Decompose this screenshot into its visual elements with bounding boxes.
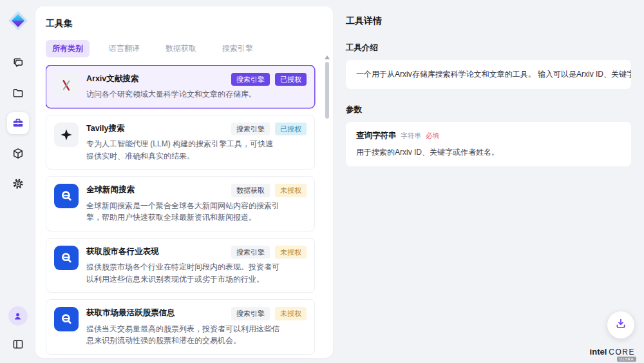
cube-icon[interactable]: [7, 142, 29, 164]
tool-title: 全球新闻搜索: [86, 184, 135, 195]
tool-category-badge: 搜索引擎: [231, 307, 270, 320]
tool-category-badge: 搜索引擎: [231, 73, 270, 86]
details-title: 工具详情: [346, 15, 631, 27]
sparkle-icon: [54, 123, 79, 147]
app-logo: [8, 10, 28, 31]
intel-core-logo: intel core ultra: [590, 347, 635, 357]
tab-data-fetch[interactable]: 数据获取: [159, 40, 203, 57]
tool-category-badge: 搜索引擎: [231, 123, 270, 135]
news-search-icon: [54, 184, 79, 208]
tool-card[interactable]: Arxiv文献搜索 搜索引擎 已授权 访问各个研究领域大量科学论文和文章的存储库…: [46, 65, 315, 108]
details-panel: 工具详情 工具介绍 一个用于从Arxiv存储库搜索科学论文和文章的工具。 输入可…: [333, 0, 644, 363]
tool-description: 全球新闻搜索是一个聚合全球各大新闻网站内容的搜索引擎，帮助用户快速获取全球最新资…: [86, 200, 279, 224]
settings-icon[interactable]: [7, 173, 29, 195]
tool-card[interactable]: 获取市场最活跃股票信息 搜索引擎 未授权 提供当天交易量最高的股票列表，投资者可…: [46, 299, 315, 354]
download-icon: [614, 317, 627, 333]
tool-auth-badge: 未授权: [275, 246, 307, 259]
download-button[interactable]: [607, 311, 634, 338]
page-title: 工具集: [46, 18, 323, 30]
tool-list: Arxiv文献搜索 搜索引擎 已授权 访问各个研究领域大量科学论文和文章的存储库…: [46, 65, 323, 358]
sidebar: [0, 0, 35, 363]
tool-card[interactable]: 全球新闻搜索 数据获取 未授权 全球新闻搜索是一个聚合全球各大新闻网站内容的搜索…: [46, 176, 315, 231]
user-avatar-icon[interactable]: [8, 306, 28, 326]
tools-panel: 工具集 所有类别语言翻译数据获取搜索引擎 Arxiv文献搜索 搜索引擎 已授权 …: [35, 6, 333, 358]
tool-title: Tavily搜索: [86, 123, 125, 134]
brand-intel: intel: [590, 347, 607, 357]
params-heading: 参数: [346, 104, 631, 115]
tool-title: 获取市场最活跃股票信息: [86, 307, 175, 319]
tool-category-badge: 数据获取: [231, 184, 270, 197]
sidebar-bottom: [7, 306, 29, 355]
brand-ultra-badge: ultra: [617, 357, 636, 362]
tool-title: 获取股市各行业表现: [86, 246, 159, 257]
category-tabs: 所有类别语言翻译数据获取搜索引擎: [46, 40, 323, 57]
param-description: 用于搜索的Arxiv ID、关键字或作者姓名。: [356, 147, 621, 158]
brand-core: core: [609, 348, 635, 357]
tool-card[interactable]: 获取股市各行业表现 搜索引擎 未授权 提供股票市场各个行业在特定时间段内的表现。…: [46, 238, 315, 293]
tab-search-engine[interactable]: 搜索引擎: [216, 40, 260, 57]
tool-description: 访问各个研究领域大量科学论文和文章的存储库。: [86, 88, 279, 101]
chat-icon[interactable]: [7, 52, 29, 74]
panel-layout-icon[interactable]: [7, 333, 29, 355]
news-search-icon: [54, 246, 79, 270]
scroll-up-arrow-icon[interactable]: [325, 55, 330, 59]
tab-all-categories[interactable]: 所有类别: [46, 40, 90, 57]
tool-intro-card: 一个用于从Arxiv存储库搜索科学论文和文章的工具。 输入可以是Arxiv ID…: [346, 60, 631, 89]
param-name: 查询字符串: [356, 130, 397, 141]
tool-description: 提供当天交易量最高的股票列表，投资者可以利用这些信息来识别流动性强的股票和潜在的…: [86, 323, 279, 347]
tool-title: Arxiv文献搜索: [86, 73, 138, 84]
tool-auth-badge: 未授权: [275, 184, 307, 197]
tool-category-badge: 搜索引擎: [231, 246, 270, 259]
tool-auth-badge: 已授权: [275, 73, 307, 86]
arxiv-icon: [54, 73, 79, 97]
parameter-card: 查询字符串 字符串 必填 用于搜索的Arxiv ID、关键字或作者姓名。: [346, 122, 631, 166]
toolbox-icon[interactable]: [7, 112, 29, 134]
tool-card[interactable]: Tavily搜索 搜索引擎 已授权 专为人工智能代理 (LLM) 构建的搜索引擎…: [46, 115, 315, 170]
scrollbar-thumb[interactable]: [325, 62, 329, 119]
scrollbar[interactable]: [324, 55, 330, 353]
param-type: 字符串: [401, 132, 422, 141]
intro-heading: 工具介绍: [346, 43, 631, 54]
folder-icon[interactable]: [7, 82, 29, 104]
param-required-badge: 必填: [426, 132, 439, 141]
tool-description: 专为人工智能代理 (LLM) 构建的搜索引擎工具，可快速提供实时、准确和真实的结…: [86, 138, 279, 162]
tool-description: 提供股票市场各个行业在特定时间段内的表现。投资者可以利用这些信息来识别表现优于或…: [86, 261, 279, 285]
sidebar-nav: [7, 52, 29, 195]
tool-auth-badge: 已授权: [275, 123, 307, 135]
tab-language-translation[interactable]: 语言翻译: [102, 40, 146, 57]
tool-auth-badge: 未授权: [275, 307, 307, 320]
news-search-icon: [54, 307, 79, 331]
